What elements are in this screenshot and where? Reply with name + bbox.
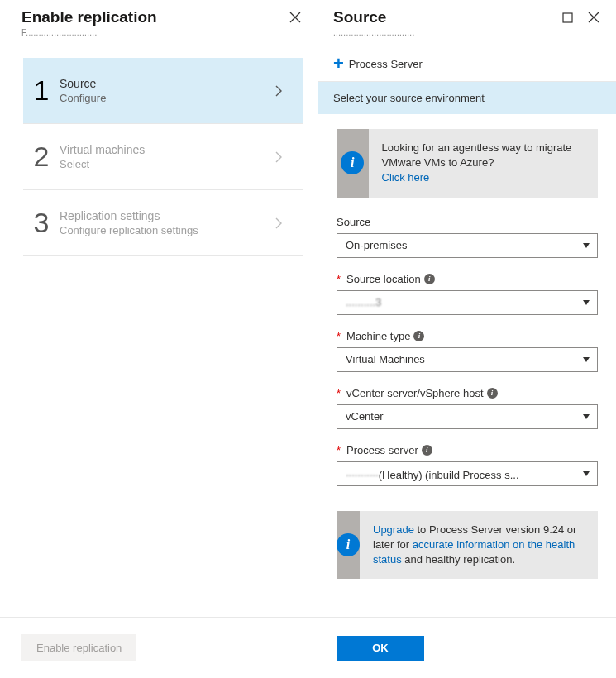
step-subtitle: Configure replication settings xyxy=(60,224,275,236)
right-panel-title: Source xyxy=(333,8,415,26)
field-source-location: * Source location i ..........3 xyxy=(337,273,598,315)
info-icon: i xyxy=(341,151,364,174)
upgrade-link[interactable]: Upgrade xyxy=(373,523,414,536)
select-vcenter-value: vCenter xyxy=(346,410,384,423)
info-tooltip-icon[interactable]: i xyxy=(413,331,424,341)
info-icon: i xyxy=(337,533,360,556)
wizard-step-replication-settings[interactable]: 3 Replication settings Configure replica… xyxy=(23,190,303,256)
wizard-steps: 1 Source Configure 2 Virtual machines Se… xyxy=(0,46,318,256)
step-title: Replication settings xyxy=(60,209,275,222)
step-subtitle: Select xyxy=(60,158,275,170)
plus-icon: + xyxy=(333,55,344,73)
field-label-machine-type: * Machine type i xyxy=(337,330,598,342)
info-tooltip-icon[interactable]: i xyxy=(487,388,498,399)
right-footer: OK xyxy=(318,617,616,678)
close-icon[interactable] xyxy=(288,10,303,25)
info-icon-container: i xyxy=(337,129,369,198)
info-tooltip-icon[interactable]: i xyxy=(424,274,435,284)
info-upgrade-text: Upgrade to Process Server version 9.24 o… xyxy=(360,511,598,580)
step-number: 3 xyxy=(23,207,60,239)
field-machine-type: * Machine type i Virtual Machines xyxy=(337,330,598,372)
chevron-right-icon xyxy=(275,84,294,98)
add-process-server-button[interactable]: + Process Server xyxy=(318,46,616,82)
select-source-value: On-premises xyxy=(346,239,407,251)
info-icon-container: i xyxy=(337,511,360,580)
left-panel-title: Enable replication xyxy=(21,8,157,26)
field-process-server: * Process server i ...........(Healthy) … xyxy=(337,444,598,486)
field-label-vcenter: * vCenter server/vSphere host i xyxy=(337,387,598,399)
field-label-source: Source xyxy=(337,216,598,228)
add-process-server-label: Process Server xyxy=(349,58,423,70)
step-title: Virtual machines xyxy=(60,143,275,156)
info-tooltip-icon[interactable]: i xyxy=(422,445,432,456)
left-panel-header: Enable replication F....................… xyxy=(0,0,318,46)
select-source-location-value: ..........3 xyxy=(346,296,381,308)
ok-button[interactable]: OK xyxy=(337,636,424,661)
right-panel-header: Source ................................ xyxy=(318,0,616,46)
required-asterisk: * xyxy=(337,273,341,285)
select-source[interactable]: On-premises xyxy=(337,233,598,258)
wizard-step-source[interactable]: 1 Source Configure xyxy=(23,58,303,124)
info-text: Looking for an agentless way to migrate … xyxy=(382,141,572,169)
left-panel-subtitle: F............................ xyxy=(21,28,157,37)
step-number: 1 xyxy=(23,74,60,107)
chevron-right-icon xyxy=(275,150,294,164)
step-title: Source xyxy=(60,77,275,90)
required-asterisk: * xyxy=(337,330,341,342)
field-vcenter: * vCenter server/vSphere host i vCenter xyxy=(337,387,598,429)
svg-rect-0 xyxy=(563,13,572,22)
step-subtitle: Configure xyxy=(60,92,275,104)
field-label-process-server: * Process server i xyxy=(337,444,598,456)
required-asterisk: * xyxy=(337,444,341,456)
form-scroll-area[interactable]: i Looking for an agentless way to migrat… xyxy=(318,114,616,617)
source-banner: Select your source environment xyxy=(318,82,616,114)
select-source-location[interactable]: ..........3 xyxy=(337,290,598,315)
maximize-icon[interactable] xyxy=(560,10,575,25)
select-vcenter[interactable]: vCenter xyxy=(337,404,598,429)
select-machine-type-value: Virtual Machines xyxy=(346,353,425,365)
field-source: Source On-premises xyxy=(337,216,598,258)
step-number: 2 xyxy=(23,141,60,173)
info-box-upgrade: i Upgrade to Process Server version 9.24… xyxy=(337,511,598,580)
close-icon[interactable] xyxy=(586,10,601,25)
right-panel-subtitle: ................................ xyxy=(333,28,415,37)
wizard-step-virtual-machines[interactable]: 2 Virtual machines Select xyxy=(23,124,303,190)
info-box-agentless: i Looking for an agentless way to migrat… xyxy=(337,129,598,198)
left-footer: Enable replication xyxy=(0,617,318,678)
select-process-server[interactable]: ...........(Healthy) (inbuild Process s.… xyxy=(337,461,598,486)
select-machine-type[interactable]: Virtual Machines xyxy=(337,347,598,372)
field-label-source-location: * Source location i xyxy=(337,273,598,285)
chevron-right-icon xyxy=(275,217,294,230)
select-process-server-value: ...........(Healthy) (inbuild Process s.… xyxy=(346,466,519,481)
info-link-click-here[interactable]: Click here xyxy=(382,171,430,184)
required-asterisk: * xyxy=(337,387,341,399)
enable-replication-button[interactable]: Enable replication xyxy=(21,634,136,661)
